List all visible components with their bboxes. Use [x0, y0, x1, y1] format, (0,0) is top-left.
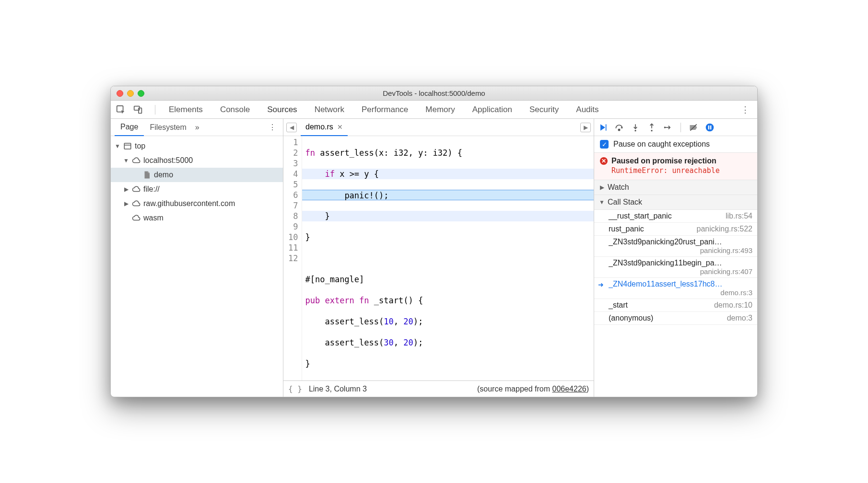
step-over-icon[interactable] [614, 123, 624, 132]
titlebar: DevTools - localhost:5000/demo [111, 86, 757, 101]
step-out-icon[interactable] [647, 123, 657, 132]
svg-point-12 [664, 126, 666, 128]
tab-console[interactable]: Console [211, 105, 258, 115]
tab-memory[interactable]: Memory [417, 105, 463, 115]
resume-icon[interactable] [598, 123, 608, 132]
pause-caught-row[interactable]: ✓ Pause on caught exceptions [594, 136, 757, 153]
svg-point-6 [618, 129, 620, 130]
close-tab-icon[interactable]: ✕ [337, 123, 343, 131]
tree-origin[interactable]: wasm [111, 211, 283, 225]
tab-network[interactable]: Network [306, 105, 353, 115]
tree-origin[interactable]: ▼ localhost:5000 [111, 153, 283, 168]
svg-point-14 [706, 123, 714, 131]
step-into-icon[interactable] [631, 123, 640, 132]
sidebar-kebab-icon[interactable]: ⋮ [266, 123, 279, 132]
pause-reason-message: RuntimeError: unreachable [611, 166, 751, 175]
cloud-icon [132, 185, 141, 194]
svg-rect-15 [708, 125, 710, 129]
code-editor: ◀ demo.rs ✕ ▶ 123456789101112 fn assert_… [283, 119, 594, 397]
cloud-icon [132, 156, 141, 165]
callstack-frame[interactable]: (anonymous)demo:3 [594, 312, 757, 325]
file-tree: ▼ top ▼ localhost:5000 demo [111, 136, 283, 228]
tree-origin[interactable]: ▶ file:// [111, 182, 283, 196]
inspect-icon[interactable] [116, 104, 126, 115]
callstack-panel-header[interactable]: ▼Call Stack [594, 195, 757, 210]
callstack-frame-current[interactable]: ➜ _ZN4demo11assert_less17hc8… demo.rs:3 [594, 278, 757, 299]
cloud-icon [132, 214, 141, 222]
pause-reason: ✕ Paused on promise rejection RuntimeErr… [594, 153, 757, 180]
line-gutter: 123456789101112 [283, 136, 302, 380]
tab-elements[interactable]: Elements [160, 105, 211, 115]
current-frame-icon: ➜ [598, 281, 604, 288]
callstack-frame[interactable]: _ZN3std9panicking20rust_pani… panicking.… [594, 236, 757, 257]
svg-rect-5 [606, 124, 607, 130]
debugger-pane: ✓ Pause on caught exceptions ✕ Paused on… [594, 119, 757, 397]
main-toolbar: Elements Console Sources Network Perform… [111, 101, 757, 119]
error-icon: ✕ [600, 157, 608, 165]
tab-application[interactable]: Application [464, 105, 521, 115]
callstack-frame[interactable]: __rust_start_paniclib.rs:54 [594, 210, 757, 223]
devtools-window: DevTools - localhost:5000/demo Elements … [110, 86, 758, 397]
pause-caught-label: Pause on caught exceptions [613, 140, 710, 149]
callstack-frame[interactable]: _ZN3std9panicking11begin_pa… panicking.r… [594, 257, 757, 278]
file-icon [142, 171, 151, 179]
sidebar-tab-page[interactable]: Page [115, 119, 144, 136]
tree-label: file:// [143, 185, 160, 194]
tree-label: demo [154, 171, 173, 179]
tab-performance[interactable]: Performance [353, 105, 417, 115]
tree-label: raw.githubusercontent.com [143, 199, 235, 208]
tab-sources[interactable]: Sources [258, 105, 305, 115]
tree-top[interactable]: ▼ top [111, 139, 283, 153]
tree-label: wasm [143, 214, 164, 222]
pause-exceptions-icon[interactable] [705, 123, 715, 132]
pause-reason-title: Paused on promise rejection [611, 157, 716, 165]
code-content[interactable]: fn assert_less(x: i32, y: i32) { if x >=… [302, 136, 594, 380]
kebab-menu-icon[interactable]: ⋮ [738, 104, 752, 115]
source-map-link[interactable]: 006e4226 [552, 385, 586, 393]
sidebar-tab-filesystem[interactable]: Filesystem [144, 123, 192, 132]
watch-panel-header[interactable]: ▶Watch [594, 180, 757, 195]
tab-security[interactable]: Security [521, 105, 567, 115]
file-tab-label: demo.rs [305, 123, 333, 131]
nav-forward-icon[interactable]: ▶ [580, 123, 591, 132]
device-icon[interactable] [133, 104, 143, 115]
pretty-print-icon[interactable]: { } [288, 384, 302, 393]
nav-back-icon[interactable]: ◀ [286, 123, 297, 132]
svg-point-10 [651, 130, 652, 131]
tree-label: top [135, 142, 145, 150]
svg-rect-3 [124, 143, 131, 149]
svg-rect-16 [710, 125, 712, 129]
svg-point-8 [634, 130, 636, 131]
tab-audits[interactable]: Audits [567, 105, 607, 115]
callstack-frame[interactable]: rust_panicpanicking.rs:522 [594, 223, 757, 236]
cursor-position: Line 3, Column 3 [309, 385, 367, 393]
window-icon [123, 142, 132, 150]
tree-origin[interactable]: ▶ raw.githubusercontent.com [111, 196, 283, 211]
cloud-icon [132, 199, 141, 208]
callstack-frame[interactable]: _startdemo.rs:10 [594, 299, 757, 312]
editor-statusbar: { } Line 3, Column 3 (source mapped from… [283, 380, 594, 397]
deactivate-breakpoints-icon[interactable] [689, 123, 698, 132]
sidebar-tabs-overflow[interactable]: » [195, 123, 199, 132]
step-icon[interactable] [663, 123, 673, 132]
checkbox-checked-icon[interactable]: ✓ [600, 140, 609, 149]
tree-label: localhost:5000 [143, 156, 193, 165]
file-tab-demo[interactable]: demo.rs ✕ [301, 119, 348, 136]
tree-file-demo[interactable]: demo [111, 168, 283, 182]
navigator-sidebar: Page Filesystem » ⋮ ▼ top ▼ localhost:50… [111, 119, 283, 397]
source-map-label: (source mapped from 006e4226) [477, 385, 589, 393]
window-title: DevTools - localhost:5000/demo [111, 89, 757, 97]
